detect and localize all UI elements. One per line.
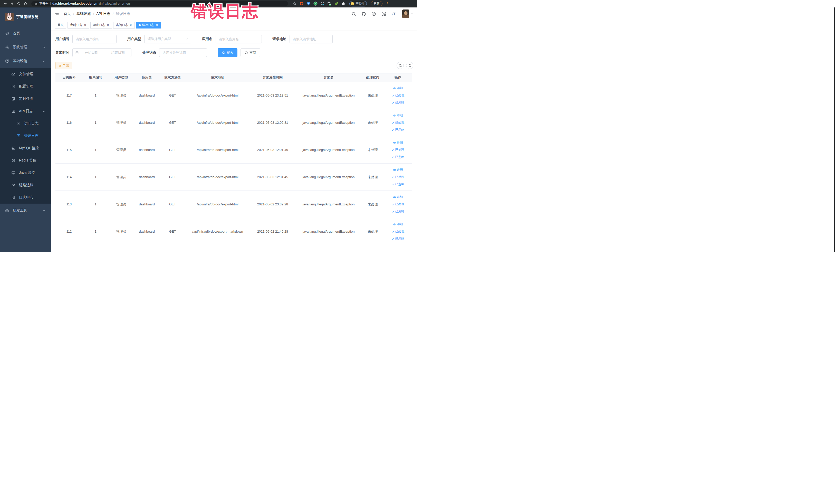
sidebar-item-9[interactable]: MySQL 监控 <box>0 142 51 154</box>
refresh-table-button[interactable] <box>406 62 413 69</box>
action-详细[interactable]: 详细 <box>393 168 403 172</box>
sidebar-item-14[interactable]: 研发工具 <box>0 204 51 218</box>
user-type-select[interactable]: 请选择用户类型 <box>144 35 191 43</box>
extension-blue-pin[interactable] <box>306 2 311 6</box>
tab-错误日志[interactable]: 错误日志 <box>136 22 161 28</box>
cell-url: /api/infra/db-doc/export-html <box>185 148 250 152</box>
extension-leaf[interactable] <box>334 2 338 6</box>
sidebar-item-0[interactable]: 首页 <box>0 26 51 40</box>
sidebar-item-4[interactable]: 配置管理 <box>0 80 51 93</box>
action-已处理[interactable]: 已处理 <box>391 120 405 125</box>
table-row: 1131管理员dashboardGET/api/infra/db-doc/exp… <box>56 191 412 218</box>
action-已忽略[interactable]: 已忽略 <box>391 209 405 214</box>
sidebar-item-3[interactable]: 文件管理 <box>0 68 51 80</box>
sidebar-item-2[interactable]: 基础设施 <box>0 54 51 68</box>
sidebar-item-7[interactable]: 访问日志 <box>0 117 51 130</box>
action-已忽略[interactable]: 已忽略 <box>391 127 405 132</box>
browser-home-button[interactable] <box>23 1 28 6</box>
browser-arrow-left-button[interactable] <box>3 1 8 6</box>
close-icon[interactable] <box>156 23 158 27</box>
extension-star[interactable] <box>292 2 297 6</box>
extension-puzzle[interactable] <box>341 2 345 6</box>
action-已处理[interactable]: 已处理 <box>391 202 405 206</box>
chevron-down-icon <box>43 46 46 49</box>
export-button[interactable]: 导出 <box>56 62 72 69</box>
cell-app: dashboard <box>134 148 160 152</box>
sidebar-item-12[interactable]: 链路追踪 <box>0 179 51 191</box>
sidebar-item-10[interactable]: Redis 监控 <box>0 154 51 167</box>
start-date-placeholder: 开始日期 <box>81 50 102 55</box>
profile-paused-pill[interactable]: 已暂停 <box>349 1 367 6</box>
reset-button[interactable]: 重置 <box>241 48 260 57</box>
cell-user_id: 1 <box>83 202 108 206</box>
action-已处理[interactable]: 已处理 <box>391 175 405 179</box>
request-url-input[interactable] <box>289 35 333 43</box>
process-status-select[interactable]: 请选择处理状态 <box>159 48 207 57</box>
url-divider <box>50 2 50 5</box>
cell-time: 2021-05-02 21:45:28 <box>250 229 295 234</box>
sidebar-item-13[interactable]: 日志中心 <box>0 191 51 204</box>
tab-定时任务[interactable]: 定时任务 <box>67 22 89 28</box>
close-icon[interactable] <box>129 23 132 27</box>
action-已忽略[interactable]: 已忽略 <box>391 237 405 241</box>
toggle-search-button[interactable] <box>396 62 404 69</box>
extension-grid[interactable] <box>320 2 324 6</box>
header-help-button[interactable] <box>371 11 376 16</box>
tab-调度日志[interactable]: 调度日志 <box>90 22 112 28</box>
header-github-button[interactable] <box>361 11 366 16</box>
sidebar-item-11[interactable]: Java 监控 <box>0 167 51 179</box>
extension-green-check[interactable] <box>313 2 318 6</box>
sidebar-logo[interactable]: 芋道管理系统 <box>0 7 51 26</box>
blue-pin-icon <box>306 2 311 6</box>
cell-user_id: 1 <box>83 229 108 234</box>
sidebar-collapse-icon[interactable] <box>54 11 60 17</box>
sidebar-item-6[interactable]: API 日志 <box>0 105 51 117</box>
cell-user_type: 管理员 <box>108 202 134 207</box>
action-已处理[interactable]: 已处理 <box>391 93 405 98</box>
sidebar-item-1[interactable]: 系统管理 <box>0 40 51 54</box>
exception-time-range-picker[interactable]: 开始日期 - 结束日期 <box>73 48 131 57</box>
user-menu[interactable] <box>402 9 413 18</box>
header-search-button[interactable] <box>351 11 356 16</box>
action-详细[interactable]: 详细 <box>393 195 403 199</box>
chevron-down-icon <box>201 51 204 54</box>
extension-on-switch[interactable]: on <box>327 2 331 6</box>
process-status-placeholder: 请选择处理状态 <box>162 50 186 55</box>
action-已忽略[interactable]: 已忽略 <box>391 155 405 159</box>
browser-reload-button[interactable] <box>16 1 22 6</box>
search-icon <box>222 51 225 55</box>
action-已处理[interactable]: 已处理 <box>391 229 405 234</box>
picture-icon <box>11 146 15 150</box>
tab-label: 错误日志 <box>142 23 154 27</box>
action-详细[interactable]: 详细 <box>393 140 403 145</box>
breadcrumb-item[interactable]: 首页 <box>64 12 71 16</box>
action-已忽略[interactable]: 已忽略 <box>391 182 405 186</box>
breadcrumb-item[interactable]: API 日志 <box>96 12 110 16</box>
close-icon[interactable] <box>84 23 86 27</box>
browser-arrow-right-button[interactable] <box>9 1 15 6</box>
browser-update-button[interactable]: 更新 <box>371 1 383 6</box>
column-header-8: 处理状态 <box>362 75 384 80</box>
user-id-input[interactable] <box>73 35 117 43</box>
action-详细[interactable]: 详细 <box>393 113 403 118</box>
tab-首页[interactable]: 首页 <box>55 22 66 28</box>
action-已处理[interactable]: 已处理 <box>391 148 405 152</box>
eye-icon <box>393 141 396 144</box>
tab-访问日志[interactable]: 访问日志 <box>113 22 135 28</box>
action-详细[interactable]: 详细 <box>393 222 403 226</box>
extension-orange-ring[interactable] <box>300 2 304 6</box>
action-详细[interactable]: 详细 <box>393 86 403 90</box>
search-button[interactable]: 搜索 <box>218 48 238 57</box>
table-row: 1141管理员dashboardGET/api/infra/db-doc/exp… <box>56 164 412 191</box>
sidebar-item-5[interactable]: 定时任务 <box>0 93 51 105</box>
header-font-size-button[interactable]: TT <box>391 11 396 16</box>
close-icon[interactable] <box>106 23 109 27</box>
app-name-input[interactable] <box>216 35 262 43</box>
sidebar-item-label: 错误日志 <box>24 134 39 138</box>
action-已忽略[interactable]: 已忽略 <box>391 100 405 105</box>
breadcrumb-item[interactable]: 基础设施 <box>77 12 91 16</box>
sidebar-item-8[interactable]: 错误日志 <box>0 130 51 142</box>
browser-menu-icon[interactable] <box>386 1 389 6</box>
address-bar[interactable]: 不安全 dashboard.yudao.iocoder.cn/infra/log… <box>31 1 288 6</box>
header-fullscreen-button[interactable] <box>381 11 386 16</box>
